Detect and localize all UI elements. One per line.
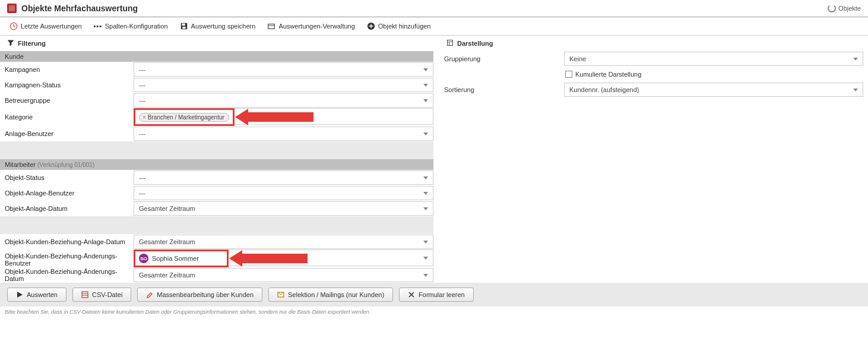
dots-icon: •••: [94, 22, 102, 30]
btn-selektion[interactable]: Selektion / Mailings (nur Kunden): [268, 288, 393, 302]
user-value: Sophia Sommer: [152, 255, 199, 262]
edit-icon: [146, 291, 153, 298]
manage-icon: [267, 22, 275, 30]
toolbar-manage[interactable]: Auswertungen-Verwaltung: [267, 22, 354, 30]
footer-note: Bitte beachten Sie, dass in CSV-Dateien …: [0, 307, 868, 317]
checkbox-kumuliert[interactable]: [565, 71, 572, 78]
label-gruppierung: Gruppierung: [439, 55, 564, 62]
tag-kategorie[interactable]: × Branchen / Marketingagentur: [139, 113, 229, 122]
display-header: Darstellung: [439, 36, 863, 51]
label-objekt-anlage-datum: Objekt-Anlage-Datum: [0, 205, 134, 212]
group-kunde: Kunde: [0, 51, 433, 62]
select-kampagnen[interactable]: ---: [134, 62, 433, 77]
toolbar-add[interactable]: Objekt hinzufügen: [367, 22, 431, 30]
avatar-icon: SO: [139, 254, 148, 263]
highlight-kategorie: × Branchen / Marketingagentur: [134, 108, 235, 126]
mail-icon: [277, 291, 284, 298]
toolbar-recent[interactable]: Letzte Auswertungen: [9, 22, 82, 30]
refresh-icon: [828, 4, 836, 12]
svg-rect-3: [182, 27, 185, 29]
spacer: [0, 216, 433, 234]
label-sortierung: Sortierung: [439, 86, 564, 93]
plus-circle-icon: [367, 22, 375, 30]
svg-rect-4: [268, 24, 275, 29]
toolbar: Letzte Auswertungen ••• Spalten-Konfigur…: [0, 17, 868, 36]
select-objekt-status[interactable]: ---: [134, 170, 433, 185]
svg-rect-2: [182, 24, 185, 26]
toolbar-save[interactable]: Auswertung speichern: [180, 22, 256, 30]
label-objekt-anlage-benutzer: Objekt-Anlage-Benutzer: [0, 190, 134, 197]
layout-icon: [446, 39, 454, 48]
app-icon: [7, 4, 17, 13]
select-gruppierung[interactable]: Keine: [564, 52, 863, 66]
action-bar: Auswerten CSV-Datei Massenbearbeitung üb…: [0, 283, 868, 307]
highlight-user: SO Sophia Sommer: [134, 250, 229, 267]
svg-rect-7: [82, 292, 88, 298]
label-kampagnen-status: Kampagnen-Status: [0, 81, 134, 89]
select-betreuergruppe[interactable]: ---: [134, 93, 433, 108]
select-anlage-benutzer[interactable]: ---: [134, 127, 433, 141]
annotation-arrow: [235, 109, 313, 125]
filtering-header: Filterung: [0, 36, 433, 51]
label-kumuliert: Kumulierte Darstellung: [575, 71, 641, 78]
select-okb-aenderungs-datum[interactable]: Gesamter Zeitraum: [134, 268, 433, 282]
btn-auswerten[interactable]: Auswerten: [7, 288, 66, 302]
label-kampagnen: Kampagnen: [0, 66, 134, 73]
csv-icon: [81, 291, 88, 298]
tag-remove-icon[interactable]: ×: [142, 114, 146, 121]
group-mitarbeiter: Mitarbeiter (Verknüpfung 01/001): [0, 159, 433, 170]
select-objekt-anlage-benutzer[interactable]: ---: [134, 186, 433, 200]
label-kategorie: Kategorie: [0, 113, 134, 121]
label-okb-aenderungs-datum: Objekt-Kunden-Beziehung-Änderungs-Datum: [0, 268, 134, 282]
select-sortierung[interactable]: Kundennr. (aufsteigend): [564, 83, 863, 97]
label-anlage-benutzer: Anlage-Benutzer: [0, 130, 134, 137]
page-title: Objekte Mehrfachauswertung: [21, 4, 138, 13]
play-icon: [16, 291, 23, 298]
svg-rect-6: [448, 40, 453, 46]
spacer: [0, 141, 433, 159]
breadcrumb-label: Objekte: [838, 5, 861, 12]
select-okb-anlage-datum[interactable]: Gesamter Zeitraum: [134, 235, 433, 249]
close-icon: [408, 291, 415, 298]
btn-csv[interactable]: CSV-Datei: [72, 288, 131, 302]
label-okb-anlage-datum: Objekt-Kunden-Beziehung-Anlage-Datum: [0, 238, 134, 245]
select-kampagnen-status[interactable]: ---: [134, 78, 433, 92]
label-objekt-status: Objekt-Status: [0, 174, 134, 181]
page-header: Objekte Mehrfachauswertung Objekte: [0, 0, 868, 17]
annotation-arrow: [229, 250, 308, 267]
label-betreuergruppe: Betreuergruppe: [0, 97, 134, 104]
save-icon: [180, 22, 188, 30]
filter-icon: [7, 39, 14, 48]
tagbox-kategorie[interactable]: × Branchen / Marketingagentur: [137, 111, 232, 123]
toolbar-columns[interactable]: ••• Spalten-Konfiguration: [94, 22, 168, 30]
clock-icon: [9, 22, 18, 30]
breadcrumb-link[interactable]: Objekte: [828, 4, 861, 12]
btn-massen[interactable]: Massenbearbeitung über Kunden: [137, 288, 262, 302]
select-objekt-anlage-datum[interactable]: Gesamter Zeitraum: [134, 201, 433, 216]
btn-leeren[interactable]: Formular leeren: [399, 288, 474, 302]
label-okb-aenderungs-benutzer: Objekt-Kunden-Beziehung-Änderungs-Benutz…: [0, 250, 134, 267]
